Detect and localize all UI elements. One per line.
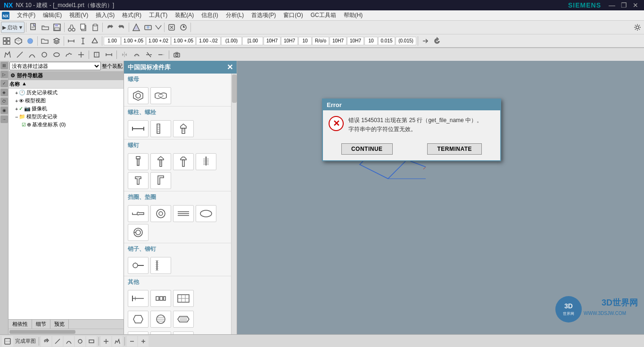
strip-icon-7[interactable]: →	[0, 116, 8, 123]
undo-btn[interactable]	[104, 22, 116, 33]
refresh-btn[interactable]	[431, 35, 443, 47]
close-btn[interactable]: ✕	[631, 1, 640, 9]
ring-icon-3[interactable]	[173, 205, 194, 222]
arc-sketch-btn[interactable]	[64, 336, 74, 347]
num-field-8[interactable]	[264, 37, 281, 45]
menu-gc[interactable]: GC工具箱	[307, 10, 340, 20]
num-field-16[interactable]	[396, 37, 416, 45]
save-file-btn[interactable]	[51, 22, 63, 33]
num-field-5[interactable]	[196, 37, 221, 45]
view3d-btn[interactable]	[13, 35, 24, 47]
tb-btn-7[interactable]	[154, 22, 163, 33]
other-icon-6[interactable]	[173, 311, 194, 328]
scroll-thumb[interactable]	[9, 330, 75, 334]
other-icon-5[interactable]	[150, 311, 171, 328]
other-icon-3[interactable]	[173, 290, 194, 307]
other-icon-1[interactable]	[128, 290, 149, 307]
tree-item-model-view[interactable]: + 👁 模型视图	[8, 97, 124, 105]
render-btn[interactable]	[25, 35, 36, 47]
sketch-camera-btn[interactable]	[171, 50, 182, 60]
sketch-spline-btn[interactable]	[63, 50, 74, 60]
num-field-1[interactable]	[104, 37, 121, 45]
menu-prefs[interactable]: 首选项(P)	[248, 10, 280, 20]
sketch-extend-btn[interactable]	[156, 50, 167, 60]
cam-constraint-btn[interactable]	[112, 336, 123, 347]
num-field-11[interactable]	[312, 37, 329, 45]
tb-btn-5[interactable]	[131, 22, 142, 33]
dim1-btn[interactable]	[66, 35, 77, 47]
circle-sketch-btn2[interactable]	[75, 336, 85, 347]
other-icon-2[interactable]	[150, 290, 171, 307]
ring-icon-5[interactable]	[128, 224, 149, 241]
num-field-15[interactable]	[378, 37, 395, 45]
tab-preview[interactable]: 预览	[50, 320, 69, 329]
strip-icon-2[interactable]: ▷	[0, 71, 8, 78]
menu-info[interactable]: 信息(I)	[198, 10, 222, 20]
pin-icon-1[interactable]	[128, 257, 149, 274]
col-sort-icon[interactable]: ▲	[22, 81, 27, 88]
sketch-line-btn[interactable]	[14, 50, 25, 60]
layer-btn[interactable]	[51, 35, 62, 47]
std-lib-scroll-thumb[interactable]	[232, 74, 237, 103]
sketch-profile-btn[interactable]	[2, 50, 13, 60]
dim2-btn[interactable]	[77, 35, 89, 47]
paste-btn[interactable]	[90, 22, 101, 33]
continue-button[interactable]: CONTINUE	[341, 143, 393, 155]
tree-item-history-mode[interactable]: + 🕐 历史记录模式	[8, 89, 124, 97]
line-sketch-btn[interactable]	[52, 336, 63, 347]
ring-icon-2[interactable]	[150, 205, 171, 222]
ring-icon-1[interactable]	[128, 205, 149, 222]
num-field-13[interactable]	[347, 37, 364, 45]
sketch-mirror-btn[interactable]	[119, 50, 130, 60]
screw-icon-5[interactable]	[128, 172, 149, 189]
num-field-14[interactable]	[364, 37, 378, 45]
bolt-icon-3[interactable]	[173, 120, 194, 137]
sketch-circle-btn[interactable]	[39, 50, 50, 60]
tab-detail[interactable]: 细节	[32, 320, 50, 329]
add-line-btn[interactable]	[101, 336, 111, 347]
canvas-area[interactable]: Error ✕ 错误 1545031 出现在第 25 行（get_file_na…	[237, 61, 644, 334]
restore-btn[interactable]: ❐	[619, 1, 629, 9]
num-field-3[interactable]	[146, 37, 171, 45]
sketch-trim-btn[interactable]	[143, 50, 155, 60]
screw-icon-1[interactable]	[128, 153, 149, 170]
sketch-dim-btn[interactable]	[103, 50, 115, 60]
menu-format[interactable]: 格式(R)	[118, 10, 145, 20]
menu-analyze[interactable]: 分析(L)	[222, 10, 248, 20]
ring-icon-4[interactable]	[196, 205, 216, 222]
pin-icon-2[interactable]	[150, 257, 171, 274]
minimize-btn[interactable]: —	[607, 1, 617, 9]
sketch-arc-btn[interactable]	[26, 50, 38, 60]
open-file-btn[interactable]	[40, 22, 51, 33]
filter-select[interactable]: 没有选择过滤器	[9, 62, 101, 70]
tree-item-datum[interactable]: ☑ ⊕ 基准坐标系 (0)	[8, 121, 124, 129]
dim3-btn[interactable]	[89, 35, 100, 47]
sketch-ellipse-btn[interactable]	[51, 50, 62, 60]
sketch-constraint-btn[interactable]	[91, 50, 102, 60]
screw-icon-6[interactable]	[150, 172, 171, 189]
tree-item-camera[interactable]: + ✓ 📷 摄像机	[8, 105, 124, 113]
terminate-button[interactable]: TERMINATE	[427, 143, 482, 155]
undo-sketch-btn[interactable]	[41, 336, 51, 347]
sketch-offset-btn[interactable]	[131, 50, 142, 60]
panel-scroll-bar[interactable]	[8, 329, 124, 334]
num-field-7[interactable]	[242, 37, 263, 45]
std-lib-close-btn[interactable]: ✕	[227, 63, 233, 72]
redo-btn[interactable]	[116, 22, 127, 33]
other-icon-7[interactable]	[128, 331, 149, 334]
num-field-12[interactable]	[330, 37, 347, 45]
bolt-icon-1[interactable]	[128, 120, 149, 137]
menu-tools[interactable]: 工具(T)	[145, 10, 171, 20]
finish-sketch-icon[interactable]	[2, 336, 13, 347]
num-field-6[interactable]	[221, 37, 242, 45]
strip-icon-1[interactable]: ⊞	[0, 62, 8, 69]
minus-btn[interactable]	[127, 336, 137, 347]
menu-assembly[interactable]: 装配(A)	[171, 10, 198, 20]
new-file-btn[interactable]	[28, 22, 39, 33]
cut-btn[interactable]	[66, 22, 77, 33]
menu-file[interactable]: 文件(F)	[13, 10, 39, 20]
arrow-right-btn[interactable]	[420, 35, 431, 47]
nut-icon-2[interactable]	[150, 87, 171, 104]
snap-grid-btn[interactable]	[1, 35, 12, 47]
screw-icon-4[interactable]	[196, 153, 216, 170]
